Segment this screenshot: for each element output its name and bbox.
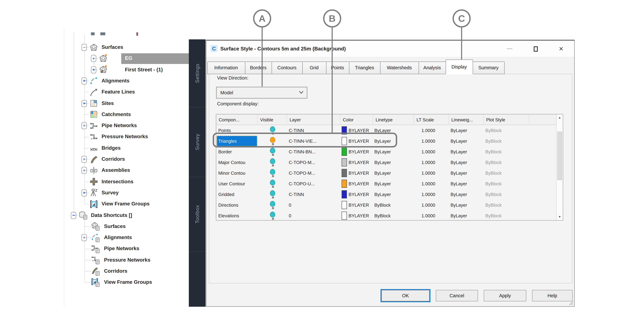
- lineweight-cell[interactable]: ByLayer: [450, 125, 483, 136]
- tree-item-label[interactable]: First Street - (1): [125, 64, 163, 76]
- component-name-cell[interactable]: Points: [217, 125, 257, 136]
- plot-style-cell[interactable]: ByBlock: [485, 168, 528, 178]
- visible-lightbulb-icon[interactable]: [270, 201, 275, 207]
- tree-item-surfaces[interactable]: Surfaces: [0, 42, 192, 53]
- component-name-cell[interactable]: Elevations: [217, 210, 257, 221]
- tree-item-label[interactable]: Assemblies: [102, 165, 130, 176]
- tree-item-label[interactable]: Catchments: [102, 109, 131, 120]
- maximize-button[interactable]: [529, 41, 543, 57]
- color-name-cell[interactable]: BYLAYER: [348, 168, 373, 178]
- color-name-cell[interactable]: BYLAYER: [348, 200, 373, 210]
- linetype-cell[interactable]: ByLayer: [374, 136, 413, 146]
- tree-item-pressure-networks[interactable]: Pressure Networks: [0, 131, 192, 143]
- minimize-button[interactable]: [502, 41, 516, 57]
- tree-item-pipe-networks[interactable]: Pipe Networks: [0, 120, 192, 131]
- side-tab-survey[interactable]: Survey: [189, 107, 206, 177]
- lineweight-cell[interactable]: ByLayer: [450, 157, 483, 168]
- tree-item-assemblies[interactable]: Assemblies: [0, 165, 192, 176]
- tree-expand-expand-button[interactable]: [82, 78, 87, 85]
- tree-item-surfaces[interactable]: Surfaces: [0, 221, 192, 232]
- tree-item-alignments[interactable]: Alignments: [0, 76, 192, 87]
- tree-expand-expand-button[interactable]: [91, 66, 96, 73]
- tree-item-label[interactable]: Alignments: [102, 76, 130, 87]
- linetype-cell[interactable]: ByLayer: [374, 146, 413, 157]
- component-name-cell[interactable]: Triangles: [217, 136, 257, 146]
- tree-expand-expand-button[interactable]: [82, 234, 87, 241]
- component-name-cell[interactable]: Major Contou: [217, 157, 257, 168]
- tree-item-label[interactable]: EG: [125, 53, 132, 64]
- tree-item-pipe-networks[interactable]: Pipe Networks: [0, 243, 192, 254]
- color-swatch[interactable]: [342, 137, 347, 145]
- component-row-user-contour[interactable]: User ContourC-TOPO-U...BYLAYERByLayer1.0…: [216, 178, 556, 189]
- tree-item-data-shortcuts[interactable]: Data Shortcuts []: [0, 210, 192, 221]
- component-row-minor-contou[interactable]: Minor ContouC-TOPO-M...BYLAYERByLayer1.0…: [216, 168, 556, 178]
- visible-lightbulb-icon[interactable]: [270, 137, 275, 143]
- component-name-cell[interactable]: Border: [217, 146, 257, 157]
- tree-item-first-street-1[interactable]: First Street - (1): [0, 64, 192, 76]
- component-name-cell[interactable]: User Contour: [217, 178, 257, 189]
- color-name-cell[interactable]: BYLAYER: [348, 178, 373, 189]
- visible-lightbulb-icon[interactable]: [270, 212, 275, 217]
- lt-scale-cell[interactable]: 1.0000: [422, 125, 448, 136]
- layer-cell[interactable]: C-TINN-VIE...: [289, 136, 340, 146]
- linetype-cell[interactable]: ByBlock: [374, 200, 413, 210]
- tree-expand-expand-button[interactable]: [82, 100, 87, 107]
- tree-item-view-frame-groups[interactable]: View Frame Groups: [0, 277, 192, 288]
- dialog-titlebar[interactable]: C Surface Style - Contours 5m and 25m (B…: [206, 41, 574, 57]
- component-name-cell[interactable]: Minor Contou: [217, 168, 257, 178]
- linetype-cell[interactable]: ByLayer: [374, 157, 413, 168]
- side-tab-settings[interactable]: Settings: [189, 39, 206, 107]
- lineweight-cell[interactable]: ByLayer: [450, 146, 483, 157]
- layer-cell[interactable]: 0: [289, 210, 340, 221]
- tree-item-label[interactable]: Corridors: [104, 266, 128, 277]
- lt-scale-cell[interactable]: 1.0000: [422, 189, 448, 200]
- tree-item-label[interactable]: Intersections: [102, 176, 134, 187]
- resize-grip[interactable]: [568, 300, 574, 305]
- scroll-down-icon[interactable]: ▼: [556, 214, 563, 220]
- tree-expand-expand-button[interactable]: [82, 122, 87, 129]
- tab-grid[interactable]: Grid: [302, 61, 326, 74]
- help-button[interactable]: Help: [532, 290, 572, 301]
- tree-expand-collapse-button[interactable]: [71, 212, 76, 219]
- tree-item-label[interactable]: Sites: [102, 98, 114, 109]
- tab-analysis[interactable]: Analysis: [418, 61, 446, 74]
- tree-item-catchments[interactable]: Catchments: [0, 109, 192, 120]
- tree-item-corridors[interactable]: Corridors: [0, 154, 192, 165]
- linetype-cell[interactable]: ByLayer: [374, 189, 413, 200]
- color-swatch[interactable]: [342, 169, 347, 177]
- color-swatch[interactable]: [342, 180, 347, 188]
- tree-item-label[interactable]: Surfaces: [104, 221, 126, 232]
- tree-item-label[interactable]: View Frame Groups: [104, 277, 152, 288]
- tab-summary[interactable]: Summary: [472, 61, 504, 74]
- component-name-cell[interactable]: Directions: [217, 200, 257, 210]
- cancel-button[interactable]: Cancel: [436, 290, 478, 301]
- color-name-cell[interactable]: BYLAYER: [348, 189, 373, 200]
- component-row-points[interactable]: PointsC-TINNBYLAYERByLayer1.0000ByLayerB…: [216, 125, 556, 136]
- layer-cell[interactable]: C-TOPO-M...: [289, 157, 340, 168]
- tree-item-bridges[interactable]: Bridges: [0, 143, 192, 154]
- layer-cell[interactable]: C-TOPO-U...: [289, 178, 340, 189]
- lt-scale-cell[interactable]: 1.0000: [422, 200, 448, 210]
- component-row-border[interactable]: BorderC-TINN-BN...BYLAYERByLayer1.0000By…: [216, 146, 556, 157]
- tree-expand-expand-button[interactable]: [91, 55, 96, 62]
- tree-item-label[interactable]: View Frame Groups: [102, 199, 150, 210]
- linetype-cell[interactable]: ByBlock: [374, 210, 413, 221]
- color-swatch[interactable]: [342, 212, 347, 220]
- layer-cell[interactable]: C-TOPO-M...: [289, 168, 340, 178]
- tree-item-label[interactable]: Alignments: [104, 232, 132, 243]
- tree-item-corridors[interactable]: Corridors: [0, 266, 192, 277]
- visible-lightbulb-icon[interactable]: [270, 126, 275, 132]
- tree-item-label[interactable]: Data Shortcuts []: [91, 210, 132, 221]
- component-row-triangles[interactable]: TrianglesC-TINN-VIE...BYLAYERByLayer1.00…: [216, 136, 556, 146]
- plot-style-cell[interactable]: ByBlock: [485, 157, 528, 168]
- plot-style-cell[interactable]: ByBlock: [485, 178, 528, 189]
- tree-item-pressure-networks[interactable]: Pressure Networks: [0, 254, 192, 266]
- visible-lightbulb-icon[interactable]: [270, 148, 275, 153]
- visible-lightbulb-icon[interactable]: [270, 169, 275, 175]
- tree-item-feature-lines[interactable]: Feature Lines: [0, 87, 192, 98]
- color-swatch[interactable]: [342, 158, 347, 166]
- lt-scale-cell[interactable]: 1.0000: [422, 146, 448, 157]
- view-direction-dropdown[interactable]: Model: [216, 87, 307, 98]
- color-swatch[interactable]: [342, 126, 347, 135]
- table-scrollbar[interactable]: ▲ ▼: [556, 114, 563, 220]
